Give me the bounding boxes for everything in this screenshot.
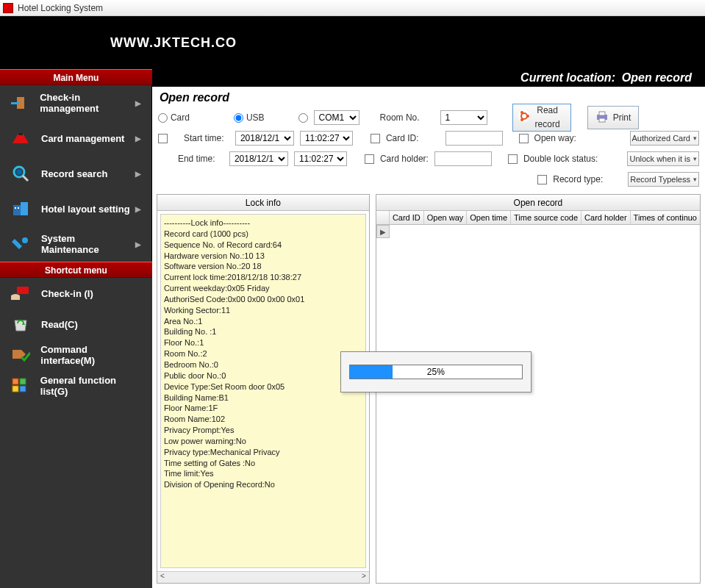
chevron-right-icon: ▶ <box>135 99 141 107</box>
dls-select[interactable]: Unlock when it is▾ <box>627 151 699 166</box>
open-record-header: Open record <box>376 195 700 211</box>
recycle-icon <box>10 315 31 333</box>
svg-rect-11 <box>18 207 19 209</box>
svg-marker-15 <box>12 350 26 359</box>
page-title: Open record <box>152 87 705 106</box>
svg-rect-18 <box>12 386 18 392</box>
svg-rect-16 <box>12 379 18 384</box>
rtype-select[interactable]: Record Typeless▾ <box>628 172 699 187</box>
sidebar-item-card-management[interactable]: Card management ▶ <box>0 121 152 156</box>
grid-icon <box>10 377 30 395</box>
svg-rect-17 <box>20 379 26 384</box>
banner-text: WWW.JKTECH.CO <box>110 35 237 51</box>
cardholder-label: Card holder: <box>380 154 429 164</box>
time-range-checkbox[interactable] <box>158 134 168 143</box>
shortcut-label: General function list(G) <box>40 375 142 397</box>
sidebar-item-checkin-management[interactable]: Check-in management ▶ <box>0 85 152 121</box>
svg-line-7 <box>23 176 28 181</box>
content-area: Current location: Open record Open recor… <box>152 69 705 588</box>
end-date-select[interactable]: 2018/12/18 <box>229 151 288 166</box>
room-label: Room No. <box>380 112 420 123</box>
row-selector[interactable]: ▶ <box>376 225 390 238</box>
sidebar-item-record-search[interactable]: Record search ▶ <box>0 156 152 191</box>
printer-icon <box>595 111 609 125</box>
radio-card[interactable]: Card <box>158 112 190 123</box>
hand-card-icon <box>10 284 31 302</box>
end-time-select[interactable]: 11:02:27 <box>294 151 347 166</box>
start-time-select[interactable]: 11:02:27 <box>300 131 353 146</box>
read-record-button[interactable]: Read record <box>512 104 571 132</box>
col-openway[interactable]: Open way <box>424 211 468 224</box>
radio-usb[interactable]: USB <box>234 112 265 123</box>
col-cardholder[interactable]: Card holder <box>581 211 630 224</box>
ubuntu-icon <box>518 110 531 125</box>
tag-check-icon <box>10 346 30 364</box>
shortcut-read[interactable]: Read(C) <box>0 309 152 340</box>
shortcut-general-function[interactable]: General function list(G) <box>0 370 152 401</box>
grid-body[interactable]: ▶ <box>376 225 700 583</box>
grid-header: Card ID Open way Open time Time source c… <box>376 211 700 225</box>
lock-info-header: Lock info <box>157 195 369 211</box>
svg-rect-10 <box>15 207 16 209</box>
shortcut-label: Command interface(M) <box>40 344 142 366</box>
chevron-right-icon: ▶ <box>135 205 141 213</box>
col-opentime[interactable]: Open time <box>467 211 511 224</box>
cardid-input[interactable] <box>445 131 503 146</box>
main-menu-header: Main Menu <box>0 69 152 85</box>
shortcut-command-interface[interactable]: Command interface(M) <box>0 340 152 370</box>
openway-checkbox[interactable] <box>519 134 529 143</box>
svg-point-24 <box>520 118 523 121</box>
sidebar-item-label: Card management <box>41 133 124 144</box>
lock-info-text[interactable]: ----------Lock info---------- Record car… <box>160 214 366 568</box>
app-icon <box>3 3 13 13</box>
filter-area: Card USB COM1 Room No. 1 Read record <box>152 106 705 194</box>
end-time-label: End time: <box>178 154 223 164</box>
banner: WWW.JKTECH.CO <box>0 16 705 69</box>
dls-checkbox[interactable] <box>508 154 518 164</box>
shortcut-checkin[interactable]: Check-in (I) <box>0 278 152 309</box>
sidebar-item-label: System Maintenance <box>41 233 135 255</box>
wrench-icon <box>10 235 31 253</box>
cardholder-input[interactable] <box>434 151 492 166</box>
location-label: Current location: <box>520 71 615 84</box>
rtype-checkbox[interactable] <box>537 175 547 184</box>
col-cardid[interactable]: Card ID <box>390 211 424 224</box>
room-select[interactable]: 1 <box>440 110 487 125</box>
window-titlebar: Hotel Locking System <box>0 0 705 16</box>
col-timesource[interactable]: Time source code <box>511 211 581 224</box>
svg-point-6 <box>16 169 22 175</box>
building-icon <box>10 200 31 218</box>
chevron-right-icon: ▶ <box>135 240 141 248</box>
sidebar-item-system-maintenance[interactable]: System Maintenance ▶ <box>0 226 152 262</box>
start-date-select[interactable]: 2018/12/11 <box>235 131 294 146</box>
openway-select[interactable]: Authorized Card▾ <box>630 131 700 146</box>
location-value: Open record <box>622 71 692 84</box>
location-bar: Current location: Open record <box>152 69 705 87</box>
sidebar-item-label: Hotel layout setting <box>41 204 130 215</box>
svg-rect-8 <box>13 205 21 215</box>
lock-info-panel: Lock info ----------Lock info---------- … <box>157 194 370 584</box>
svg-rect-9 <box>21 202 28 215</box>
cardid-label: Card ID: <box>386 133 419 143</box>
card-icon <box>10 129 31 147</box>
sidebar-item-hotel-layout[interactable]: Hotel layout setting ▶ <box>0 191 152 226</box>
search-icon <box>10 165 31 182</box>
radio-com[interactable] <box>298 113 308 123</box>
h-scrollbar[interactable]: <> <box>157 571 369 583</box>
window-title: Hotel Locking System <box>18 3 103 13</box>
sidebar-item-label: Record search <box>41 168 107 179</box>
chevron-down-icon: ▾ <box>693 135 697 142</box>
cardid-checkbox[interactable] <box>371 134 380 143</box>
cardholder-checkbox[interactable] <box>365 154 374 164</box>
start-time-label: Start time: <box>184 133 229 143</box>
sidebar-item-label: Check-in management <box>40 92 135 114</box>
col-times[interactable]: Times of continuo <box>631 211 700 224</box>
progress-label: 25% <box>350 365 522 379</box>
dls-label: Double lock status: <box>523 154 598 164</box>
shortcut-label: Read(C) <box>41 319 78 330</box>
print-button[interactable]: Print <box>587 106 640 129</box>
progress-dialog: 25% <box>340 351 532 392</box>
svg-rect-13 <box>17 287 29 294</box>
chevron-down-icon: ▾ <box>693 155 697 162</box>
com-select[interactable]: COM1 <box>314 110 359 125</box>
